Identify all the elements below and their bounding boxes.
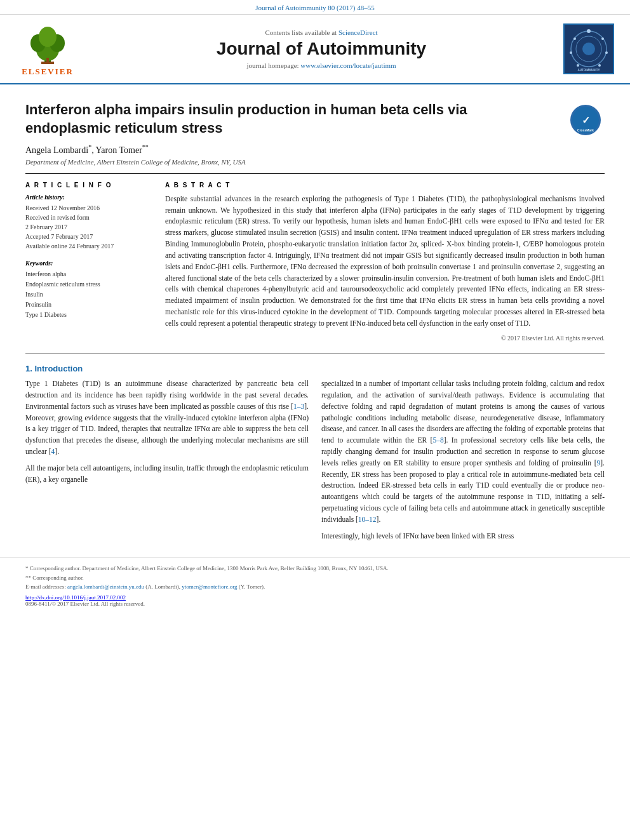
autoimmunity-logo-icon: AUTOIMMUNITY <box>565 25 613 73</box>
article-title: Interferon alpha impairs insulin product… <box>25 101 605 137</box>
svg-point-16 <box>570 51 572 54</box>
article-info-abstract: A R T I C L E I N F O Article history: R… <box>25 173 605 343</box>
footer-corresponding-notes: * Corresponding author. Department of Me… <box>25 564 605 591</box>
keywords-list: Interferon alphaEndoplasmic reticulum st… <box>25 269 152 320</box>
journal-reference-text: Journal of Autoimmunity 80 (2017) 48–55 <box>255 4 374 11</box>
article-content: Interferon alpha impairs insulin product… <box>0 84 630 557</box>
footer: * Corresponding author. Department of Me… <box>0 557 630 613</box>
author-list: Angela Lombardi*, Yaron Tomer** <box>25 145 149 155</box>
svg-point-12 <box>601 37 604 40</box>
accepted-date: Accepted 7 February 2017 <box>25 232 152 241</box>
svg-point-10 <box>582 43 595 55</box>
homepage-link[interactable]: www.elsevier.com/locate/jautimm <box>300 62 396 69</box>
available-online: Available online 24 February 2017 <box>25 241 152 251</box>
footer-issn: 0896-8411/© 2017 Elsevier Ltd. All right… <box>25 601 605 607</box>
article-history: Article history: Received 12 November 20… <box>25 194 152 251</box>
autoimmunity-logo: AUTOIMMUNITY <box>563 23 614 74</box>
keywords-label: Keywords: <box>25 260 152 267</box>
intro-para-2: All the major beta cell autoantigens, in… <box>25 463 309 486</box>
intro-para-4: Interestingly, high levels of IFNα have … <box>321 531 605 542</box>
body-columns: Type 1 Diabetes (T1D) is an autoimmune d… <box>25 378 605 547</box>
copyright-notice: © 2017 Elsevier Ltd. All rights reserved… <box>165 333 605 343</box>
svg-text:AUTOIMMUNITY: AUTOIMMUNITY <box>578 69 600 72</box>
journal-title: Journal of Autoimmunity <box>83 39 560 59</box>
section-title-text: Introduction <box>34 364 83 373</box>
ref-1-3-link[interactable]: 1–3 <box>293 403 304 410</box>
elsevier-logo: ELSEVIER <box>13 21 83 77</box>
svg-point-4 <box>39 27 57 47</box>
crossmark-icon: ✓ CrossMark <box>570 105 601 135</box>
corresponding-note-2: ** Corresponding author. <box>25 573 605 582</box>
ref-4-link[interactable]: 4 <box>51 448 55 455</box>
abstract-heading: A B S T R A C T <box>165 182 605 189</box>
footer-doi: http://dx.doi.org/10.1016/j.jaut.2017.02… <box>25 594 605 601</box>
intro-para-3: specialized in a number of important cel… <box>321 378 605 526</box>
email-line: E-mail addresses: angela.lombardi@einste… <box>25 582 605 591</box>
sciencedirect-link[interactable]: ScienceDirect <box>338 29 378 36</box>
introduction-heading: 1. Introduction <box>25 364 605 373</box>
email-link-1[interactable]: angela.lombardi@einstein.yu.edu <box>67 583 144 590</box>
elsevier-tree-icon <box>22 21 73 65</box>
article-info-heading: A R T I C L E I N F O <box>25 182 152 189</box>
ref-9-link[interactable]: 9 <box>597 459 601 467</box>
received-revised-label: Received in revised form <box>25 213 152 222</box>
doi-link[interactable]: http://dx.doi.org/10.1016/j.jaut.2017.02… <box>25 594 126 601</box>
section-number: 1. <box>25 364 32 373</box>
revised-date: 2 February 2017 <box>25 222 152 232</box>
received-date: Received 12 November 2016 <box>25 203 152 213</box>
journal-reference-bar: Journal of Autoimmunity 80 (2017) 48–55 <box>0 0 630 15</box>
svg-point-14 <box>598 64 601 67</box>
ref-10-12-link[interactable]: 10–12 <box>358 516 377 523</box>
email-author-1: (A. Lombardi), <box>145 583 180 590</box>
body-column-left: Type 1 Diabetes (T1D) is an autoimmune d… <box>25 378 309 547</box>
svg-rect-6 <box>41 62 54 64</box>
svg-point-11 <box>587 29 591 33</box>
homepage-line: journal homepage: www.elsevier.com/locat… <box>83 62 560 69</box>
autoimmunity-logo-container: AUTOIMMUNITY <box>560 23 617 74</box>
affiliation: Department of Medicine, Albert Einstein … <box>25 158 605 166</box>
body-column-right: specialized in a number of important cel… <box>321 378 605 547</box>
authors: Angela Lombardi*, Yaron Tomer** <box>25 143 605 156</box>
svg-point-17 <box>573 37 576 40</box>
abstract-text: Despite substantial advances in the rese… <box>165 194 605 343</box>
introduction-section: 1. Introduction Type 1 Diabetes (T1D) is… <box>25 364 605 547</box>
crossmark-badge: ✓ CrossMark <box>566 101 605 139</box>
elsevier-brand-text: ELSEVIER <box>22 67 74 77</box>
journal-header: ELSEVIER Contents lists available at Sci… <box>0 15 630 84</box>
sciencedirect-line: Contents lists available at ScienceDirec… <box>83 29 560 36</box>
abstract-paragraph: Despite substantial advances in the rese… <box>165 194 605 330</box>
history-label: Article history: <box>25 194 152 201</box>
section-divider <box>25 353 605 354</box>
svg-point-15 <box>577 64 579 67</box>
email-author-2: (Y. Tomer). <box>239 583 265 590</box>
svg-point-13 <box>605 51 608 54</box>
article-info-column: A R T I C L E I N F O Article history: R… <box>25 182 152 343</box>
svg-text:✓: ✓ <box>582 115 590 126</box>
corresponding-note-1: * Corresponding author. Department of Me… <box>25 564 605 573</box>
ref-5-8-link[interactable]: 5–8 <box>432 436 443 444</box>
abstract-column: A B S T R A C T Despite substantial adva… <box>165 182 605 343</box>
email-link-2[interactable]: ytomer@montefiore.org <box>182 583 237 590</box>
keywords-section: Keywords: Interferon alphaEndoplasmic re… <box>25 260 152 320</box>
intro-para-1: Type 1 Diabetes (T1D) is an autoimmune d… <box>25 378 309 458</box>
svg-text:CrossMark: CrossMark <box>577 128 594 132</box>
journal-header-center: Contents lists available at ScienceDirec… <box>83 29 560 69</box>
